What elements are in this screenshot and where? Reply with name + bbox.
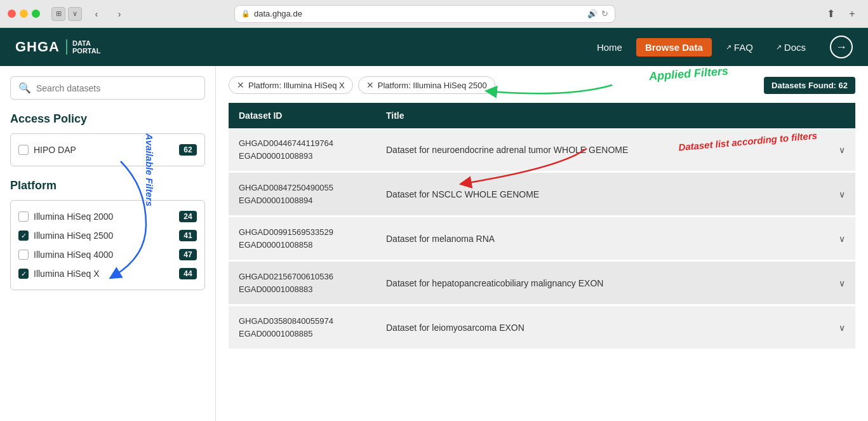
dataset-title-cell: Dataset for melanoma RNA — [376, 217, 829, 261]
dataset-id-line2: EGAD00001008893 — [239, 150, 366, 163]
checkbox-hiseqx[interactable] — [18, 269, 29, 279]
forward-button[interactable]: › — [111, 6, 128, 22]
access-policy-section: Access Policy HIPO DAP 62 — [10, 112, 205, 166]
dataset-title-cell: Dataset for hepatopancreaticobiliary mal… — [376, 261, 829, 305]
ext-icon: ↗ — [726, 43, 731, 51]
search-input[interactable] — [36, 83, 197, 93]
address-bar[interactable]: 🔒 data.ghga.de 🔊 ↻ — [234, 5, 615, 23]
expand-row-0[interactable]: ∨ — [829, 128, 855, 172]
logo: GHGA DATA PORTAL — [15, 39, 100, 55]
table-row[interactable]: GHGAD03580840055974 EGAD00001008885 Data… — [229, 305, 855, 350]
chevron-down-icon[interactable]: ∨ — [68, 7, 82, 21]
close-traffic-light[interactable] — [8, 10, 16, 18]
table-row[interactable]: GHGAD00446744119764 EGAD00001008893 Data… — [229, 128, 855, 172]
dataset-title-cell: Dataset for NSCLC WHOLE GENOME — [376, 172, 829, 217]
filter-item-hiseq4000: Illumina HiSeq 4000 47 — [18, 245, 197, 264]
nav-faq[interactable]: ↗ FAQ — [717, 38, 762, 57]
content-area: ✕ Platform: Illumina HiSeq X ✕ Platform:… — [216, 66, 868, 421]
dataset-title-cell: Dataset for neuroendocrine adrenal tumor… — [376, 128, 829, 172]
dataset-id-line2: EGAD00001008883 — [239, 283, 366, 296]
remove-filter-hiseq2500[interactable]: ✕ — [366, 80, 374, 90]
checkbox-hiseq4000[interactable] — [18, 250, 29, 260]
datasets-table: Dataset ID Title GHGAD00446744119764 EGA… — [229, 103, 855, 351]
filter-tag-hiseqx[interactable]: ✕ Platform: Illumina HiSeq X — [229, 76, 353, 94]
table-row[interactable]: GHGAD00847250490055 EGAD00001008894 Data… — [229, 172, 855, 217]
count-hiseq2000: 24 — [179, 211, 197, 222]
dataset-id-line1: GHGAD02156700610536 — [239, 271, 366, 283]
back-button[interactable]: ‹ — [88, 6, 105, 22]
dataset-id-line1: GHGAD00991569533529 — [239, 226, 366, 239]
tab-icon[interactable]: ⊞ — [51, 7, 65, 21]
dataset-id-line1: GHGAD00446744119764 — [239, 137, 366, 150]
filter-count-hipo-dap: 62 — [179, 144, 197, 156]
login-button[interactable]: → — [830, 36, 853, 58]
access-policy-title: Access Policy — [10, 112, 205, 126]
count-hiseq4000: 47 — [179, 249, 197, 260]
expand-row-4[interactable]: ∨ — [829, 305, 855, 350]
logo-text: GHGA — [15, 39, 60, 55]
dataset-title-cell: Dataset for leiomyosarcoma EXON — [376, 305, 829, 350]
main-content: 🔍 Access Policy HIPO DAP 62 Platform — [0, 66, 868, 421]
label-hiseq2500: Illumina HiSeq 2500 — [34, 231, 113, 241]
access-policy-filter-box: HIPO DAP 62 — [10, 133, 205, 166]
refresh-icon[interactable]: ↻ — [601, 9, 608, 18]
checkbox-hiseq2500[interactable] — [18, 231, 29, 241]
site-header: GHGA DATA PORTAL Home Browse Data ↗ FAQ … — [0, 28, 868, 66]
expand-row-2[interactable]: ∨ — [829, 217, 855, 261]
minimize-traffic-light[interactable] — [20, 10, 28, 18]
filter-item-hiseqx: Illumina HiSeq X 44 — [18, 264, 197, 283]
app-wrapper: GHGA DATA PORTAL Home Browse Data ↗ FAQ … — [0, 28, 868, 421]
nav-docs[interactable]: ↗ Docs — [767, 38, 815, 57]
filter-item-hiseq2500: Illumina HiSeq 2500 41 — [18, 226, 197, 245]
col-header-expand — [829, 103, 855, 128]
filter-tag-hiseq2500[interactable]: ✕ Platform: Illumina HiSeq 2500 — [358, 76, 495, 94]
logo-subtitle: DATA PORTAL — [66, 39, 100, 55]
remove-filter-hiseqx[interactable]: ✕ — [237, 80, 244, 90]
nav-browse-data[interactable]: Browse Data — [636, 38, 712, 57]
expand-row-1[interactable]: ∨ — [829, 172, 855, 217]
table-row[interactable]: GHGAD00991569533529 EGAD00001008858 Data… — [229, 217, 855, 261]
main-nav: Home Browse Data ↗ FAQ ↗ Docs → — [588, 36, 853, 58]
nav-faq-label: FAQ — [734, 42, 753, 53]
platform-section: Platform Illumina HiSeq 2000 24 Illumina… — [10, 179, 205, 290]
ext-icon-docs: ↗ — [776, 43, 782, 51]
filter-tags-row: ✕ Platform: Illumina HiSeq X ✕ Platform:… — [229, 76, 855, 94]
nav-docs-label: Docs — [784, 42, 806, 53]
dataset-id-line2: EGAD00001008894 — [239, 194, 366, 207]
checkbox-hiseq2000[interactable] — [18, 211, 29, 222]
count-hiseqx: 44 — [179, 268, 197, 279]
checkbox-hipo-dap[interactable] — [18, 145, 29, 155]
filter-item-hipo-dap: HIPO DAP 62 — [18, 140, 197, 159]
label-hiseq2000: Illumina HiSeq 2000 — [34, 211, 113, 222]
col-header-title: Title — [376, 103, 829, 128]
platform-filter-box: Illumina HiSeq 2000 24 Illumina HiSeq 25… — [10, 200, 205, 290]
col-header-id: Dataset ID — [229, 103, 376, 128]
dataset-id-line2: EGAD00001008885 — [239, 328, 366, 340]
window-controls: ⊞ ∨ — [51, 7, 82, 21]
count-hiseq2500: 41 — [179, 230, 197, 241]
share-button[interactable]: ⬆ — [822, 6, 839, 22]
browser-actions: ⬆ + — [822, 6, 860, 22]
dataset-id-cell: GHGAD00991569533529 EGAD00001008858 — [229, 217, 376, 261]
filter-item-hiseq2000: Illumina HiSeq 2000 24 — [18, 207, 197, 226]
platform-title: Platform — [10, 179, 205, 192]
dataset-id-cell: GHGAD02156700610536 EGAD00001008883 — [229, 261, 376, 305]
filter-label-hipo-dap: HIPO DAP — [34, 145, 76, 155]
filter-tag-label-hiseqx: Platform: Illumina HiSeq X — [248, 81, 345, 90]
dataset-id-line2: EGAD00001008858 — [239, 239, 366, 251]
maximize-traffic-light[interactable] — [32, 10, 40, 18]
table-row[interactable]: GHGAD02156700610536 EGAD00001008883 Data… — [229, 261, 855, 305]
audio-icon: 🔊 — [587, 9, 598, 18]
nav-home[interactable]: Home — [588, 38, 631, 57]
new-tab-button[interactable]: + — [844, 6, 860, 22]
search-box[interactable]: 🔍 — [10, 76, 205, 100]
traffic-lights — [8, 10, 40, 18]
filter-tag-label-hiseq2500: Platform: Illumina HiSeq 2500 — [378, 81, 487, 90]
expand-row-3[interactable]: ∨ — [829, 261, 855, 305]
lock-icon: 🔒 — [241, 10, 250, 18]
dataset-id-cell: GHGAD00847250490055 EGAD00001008894 — [229, 172, 376, 217]
sidebar: 🔍 Access Policy HIPO DAP 62 Platform — [0, 66, 216, 421]
search-icon: 🔍 — [18, 82, 31, 94]
dataset-id-line1: GHGAD03580840055974 — [239, 315, 366, 328]
browser-chrome: ⊞ ∨ ‹ › 🔒 data.ghga.de 🔊 ↻ ⬆ + — [0, 0, 868, 28]
